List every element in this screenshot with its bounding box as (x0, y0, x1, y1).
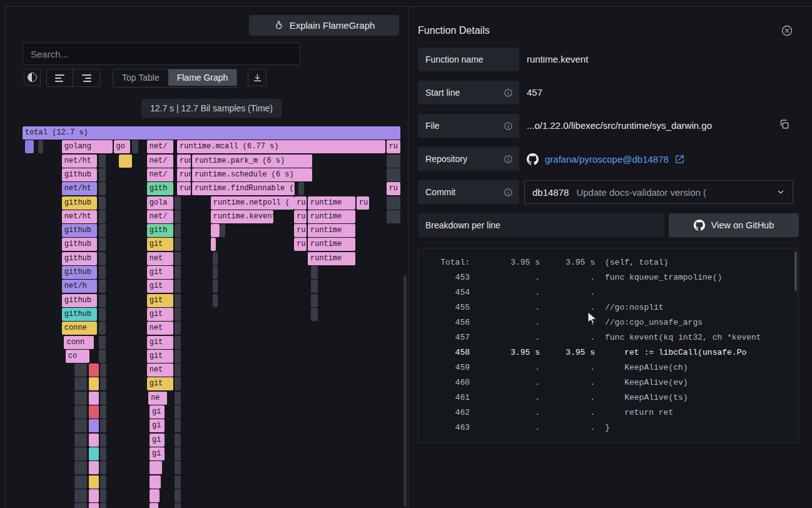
flame-block[interactable]: ru (294, 210, 307, 223)
flame-block[interactable]: run (177, 168, 191, 181)
flame-block[interactable] (100, 489, 106, 502)
flame-block[interactable] (175, 363, 181, 377)
flame-block[interactable] (175, 196, 181, 210)
flame-block[interactable] (175, 377, 181, 390)
flame-block[interactable] (89, 392, 99, 405)
flame-block[interactable]: git (147, 238, 173, 251)
flame-block[interactable] (211, 238, 216, 251)
repository-link[interactable]: grafana/pyroscope@db14878 (545, 154, 669, 165)
flame-block[interactable] (100, 503, 106, 508)
flame-block[interactable] (89, 447, 99, 460)
flame-block[interactable] (89, 434, 99, 447)
flame-block[interactable]: runtime.findRunnable (5.55 s) (192, 182, 295, 195)
flame-block[interactable]: gi (150, 405, 165, 419)
flame-block[interactable] (74, 461, 88, 474)
flame-block[interactable]: gola (147, 196, 173, 210)
external-link-icon[interactable] (675, 155, 684, 164)
flame-block[interactable]: git (147, 377, 173, 390)
flame-block[interactable]: git (147, 336, 173, 349)
flame-block[interactable]: net/h (62, 280, 97, 293)
flame-block[interactable] (175, 475, 181, 489)
flame-block[interactable] (387, 168, 400, 181)
flame-block[interactable] (213, 266, 217, 279)
search-input[interactable] (23, 43, 300, 65)
flame-block[interactable] (74, 377, 88, 390)
flame-block[interactable] (311, 266, 318, 279)
align-left-button[interactable] (47, 69, 73, 86)
flame-block[interactable]: git (147, 266, 173, 279)
flame-block[interactable]: github (62, 308, 97, 321)
flame-block[interactable] (119, 155, 132, 168)
flame-block[interactable] (74, 363, 88, 377)
flame-block[interactable] (175, 405, 181, 419)
flame-block[interactable] (100, 363, 106, 377)
flame-block[interactable]: co (66, 350, 89, 363)
flame-block[interactable]: run (177, 182, 191, 195)
flame-block[interactable] (220, 224, 225, 237)
flame-block[interactable]: github (62, 224, 97, 237)
flame-block[interactable] (100, 392, 106, 405)
flame-block[interactable] (89, 377, 99, 390)
flame-block[interactable]: git (147, 350, 173, 363)
flame-block[interactable] (74, 475, 88, 489)
flame-block[interactable] (175, 308, 181, 321)
flame-block[interactable]: conn (64, 336, 93, 349)
flame-block[interactable]: ne (148, 392, 167, 405)
flame-block[interactable]: git (147, 280, 173, 293)
info-icon[interactable] (504, 188, 513, 197)
flame-block[interactable]: gi (150, 419, 165, 432)
flame-block[interactable] (99, 182, 106, 195)
copy-file-button[interactable] (779, 119, 789, 130)
flame-block[interactable] (74, 447, 88, 460)
flame-block[interactable]: ru (387, 140, 400, 153)
flame-block[interactable] (175, 503, 181, 508)
flame-block[interactable]: ru (387, 182, 400, 195)
flame-block[interactable] (74, 419, 88, 432)
flame-block[interactable] (175, 280, 181, 293)
flame-block[interactable] (175, 392, 181, 405)
flame-block[interactable] (100, 475, 106, 489)
close-button[interactable] (781, 24, 794, 38)
flame-block[interactable]: net/ (147, 168, 173, 181)
flame-block[interactable] (175, 489, 181, 502)
flame-block[interactable] (387, 196, 400, 210)
flame-block[interactable]: net/ht (62, 182, 97, 195)
flame-block[interactable]: total (12.7 s) (23, 126, 400, 140)
flame-block[interactable] (100, 447, 106, 460)
flame-block[interactable] (89, 363, 99, 377)
flame-block[interactable] (311, 308, 318, 321)
flame-block[interactable] (89, 461, 99, 474)
flame-block[interactable] (74, 503, 88, 508)
flame-block[interactable] (175, 461, 181, 474)
flame-block[interactable]: github (62, 294, 97, 307)
flame-block[interactable]: ru (357, 196, 369, 210)
flame-block[interactable] (99, 280, 106, 293)
flame-block[interactable]: net/ (147, 155, 173, 168)
tab-flame-graph[interactable]: Flame Graph (168, 69, 237, 86)
flame-block[interactable] (74, 489, 88, 502)
flame-block[interactable] (100, 434, 106, 447)
flame-block[interactable]: runtime.park_m (6 s) (192, 155, 312, 168)
info-icon[interactable] (504, 121, 513, 131)
flame-block[interactable]: go (114, 140, 131, 153)
download-button[interactable] (248, 69, 266, 86)
flame-block[interactable]: ru (294, 224, 307, 237)
flame-block[interactable] (99, 210, 106, 223)
flame-block[interactable] (150, 489, 160, 502)
flame-block[interactable] (211, 224, 220, 237)
flame-block[interactable]: gith (147, 182, 173, 195)
flame-block[interactable] (99, 308, 106, 321)
flame-block[interactable] (150, 475, 161, 489)
flame-block[interactable] (150, 461, 163, 474)
flame-block[interactable] (311, 280, 318, 293)
flame-block[interactable]: runtime.mcall (6.77 s) (177, 140, 385, 153)
flame-block[interactable]: net/ht (62, 210, 97, 223)
flame-block[interactable] (387, 155, 400, 168)
flame-block[interactable] (175, 210, 181, 223)
flame-block[interactable] (99, 155, 106, 168)
flame-block[interactable] (100, 405, 106, 419)
flame-block[interactable] (99, 266, 106, 279)
flame-block[interactable]: runtime (308, 210, 355, 223)
view-on-github-button[interactable]: View on GitHub (669, 213, 799, 237)
flame-block[interactable] (175, 434, 181, 447)
